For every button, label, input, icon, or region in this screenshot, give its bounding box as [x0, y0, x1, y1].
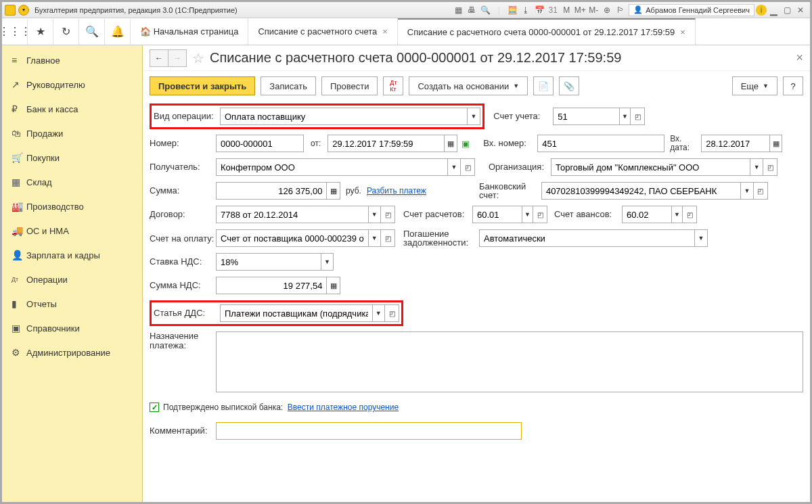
favorite-icon[interactable]: ☆: [192, 50, 204, 66]
open-icon[interactable]: ◰: [380, 206, 395, 223]
tab-1[interactable]: Списание с расчетного счета×: [248, 18, 397, 45]
calendar-icon[interactable]: 📅: [533, 4, 546, 16]
in-number-input[interactable]: [537, 135, 664, 152]
adv-acc-select[interactable]: ▼: [622, 206, 683, 223]
create-based-button[interactable]: Создать на основании▼: [409, 76, 528, 95]
sidebar-item-purchases[interactable]: 🛒Покупки: [2, 145, 142, 170]
close-icon[interactable]: ×: [382, 26, 388, 37]
dropdown-circle-icon[interactable]: ▾: [18, 5, 29, 16]
close-button[interactable]: ✕: [794, 4, 807, 16]
calendar-icon[interactable]: ▦: [769, 135, 782, 152]
purpose-textarea[interactable]: [216, 331, 803, 392]
m-minus-icon[interactable]: M-: [587, 4, 600, 16]
sidebar-item-manager[interactable]: ↗Руководителю: [2, 72, 142, 97]
calc-icon[interactable]: ▦: [326, 277, 340, 294]
post-button[interactable]: Провести: [321, 76, 378, 95]
post-close-button[interactable]: Провести и закрыть: [150, 76, 255, 95]
open-icon[interactable]: ◰: [380, 229, 395, 247]
sum-input[interactable]: ▦: [216, 182, 340, 200]
split-payment-link[interactable]: Разбить платеж: [367, 186, 426, 196]
close-icon[interactable]: ×: [680, 27, 685, 37]
sidebar-item-reports[interactable]: ▮Отчеты: [2, 292, 142, 316]
attach-button[interactable]: 📎: [559, 76, 579, 95]
star-icon[interactable]: ★: [28, 19, 53, 45]
sidebar-item-payroll[interactable]: 👤Зарплата и кадры: [2, 243, 142, 267]
save-button[interactable]: Записать: [261, 76, 316, 95]
chevron-down-icon[interactable]: ▼: [467, 108, 480, 124]
date-icon[interactable]: 31: [546, 4, 560, 16]
tab-2[interactable]: Списание с расчетного счета 0000-000001 …: [398, 18, 696, 45]
settl-acc-select[interactable]: ▼: [472, 206, 533, 223]
help-button[interactable]: ?: [783, 76, 803, 95]
clock-icon[interactable]: ⊕: [600, 4, 614, 16]
history-icon[interactable]: ↻: [53, 19, 79, 45]
open-icon[interactable]: ◰: [753, 182, 768, 200]
in-date-input[interactable]: ▦: [701, 135, 782, 152]
sidebar-item-production[interactable]: 🏭Производство: [2, 194, 142, 219]
bank-acc-select[interactable]: ▼: [541, 182, 754, 200]
sidebar-item-assets[interactable]: 🚚ОС и НМА: [2, 219, 142, 243]
open-icon[interactable]: ◰: [384, 304, 399, 322]
search-icon[interactable]: 🔍: [79, 19, 105, 45]
toolbar-icon-1[interactable]: ▦: [451, 4, 465, 16]
bell-icon[interactable]: 🔔: [105, 19, 131, 45]
sidebar-item-bank[interactable]: ₽Банк и касса: [2, 97, 142, 121]
op-type-input[interactable]: [221, 112, 467, 122]
m-plus-icon[interactable]: M+: [573, 4, 587, 16]
sidebar-item-main[interactable]: ≡Главное: [2, 48, 142, 72]
open-icon[interactable]: ◰: [533, 206, 547, 223]
sidebar-item-operations[interactable]: ДтОперации: [2, 267, 142, 292]
close-page-icon[interactable]: ×: [796, 51, 803, 65]
sidebar-item-catalogs[interactable]: ▣Справочники: [2, 316, 142, 340]
info-icon[interactable]: i: [756, 5, 767, 16]
bookmark-icon[interactable]: 🏳: [614, 4, 627, 16]
date-input[interactable]: ▦: [328, 135, 457, 152]
invoice-select[interactable]: ▼: [216, 229, 381, 247]
org-select[interactable]: ▼: [551, 158, 763, 176]
contract-select[interactable]: ▼: [216, 206, 381, 223]
chevron-down-icon[interactable]: ▼: [372, 305, 384, 321]
chevron-down-icon[interactable]: ▼: [368, 230, 380, 246]
minimize-button[interactable]: ▁: [767, 4, 780, 16]
print-form-button[interactable]: 📄: [533, 76, 554, 95]
open-icon[interactable]: ◰: [763, 158, 777, 176]
print-icon[interactable]: 🖶: [465, 4, 478, 16]
chevron-down-icon[interactable]: ▼: [447, 159, 460, 175]
chevron-down-icon[interactable]: ▼: [619, 108, 631, 124]
chevron-down-icon[interactable]: ▼: [522, 206, 533, 223]
vat-rate-select[interactable]: ▼: [216, 253, 334, 271]
confirmed-checkbox[interactable]: ✓: [150, 403, 159, 412]
calendar-icon[interactable]: ▦: [444, 135, 457, 152]
recipient-select[interactable]: ▼: [216, 158, 461, 176]
apps-grid-icon[interactable]: ⋮⋮⋮: [2, 19, 28, 45]
m-icon[interactable]: M: [560, 4, 573, 16]
vat-sum-input[interactable]: ▦: [216, 277, 340, 294]
maximize-button[interactable]: ▢: [780, 4, 794, 16]
user-badge[interactable]: 👤Абрамов Геннадий Сергеевич: [629, 4, 754, 16]
tab-home[interactable]: 🏠 Начальная страница: [131, 18, 248, 45]
chevron-down-icon[interactable]: ▼: [740, 183, 753, 199]
nav-back-button[interactable]: ←: [150, 49, 168, 67]
preview-icon[interactable]: 🔍: [478, 4, 492, 16]
account-select[interactable]: ▼: [553, 108, 631, 125]
enter-order-link[interactable]: Ввести платежное поручение: [288, 403, 399, 412]
calc-icon[interactable]: ▦: [326, 183, 340, 199]
chevron-down-icon[interactable]: ▼: [750, 159, 763, 175]
dds-select[interactable]: ▼: [220, 304, 385, 322]
sidebar-item-sales[interactable]: 🛍Продажи: [2, 121, 142, 145]
op-type-select[interactable]: ▼: [220, 108, 480, 125]
debt-select[interactable]: ▼: [479, 229, 708, 247]
chevron-down-icon[interactable]: ▼: [694, 230, 707, 246]
nav-forward-button[interactable]: →: [168, 49, 187, 67]
comment-input[interactable]: [216, 422, 522, 440]
sidebar-item-admin[interactable]: ⚙Администрирование: [2, 340, 142, 365]
chevron-down-icon[interactable]: ▼: [368, 206, 380, 223]
calc-icon[interactable]: 🧮: [505, 4, 519, 16]
chevron-down-icon[interactable]: ▼: [321, 254, 333, 270]
open-icon[interactable]: ◰: [460, 158, 475, 176]
dtkt-button[interactable]: ДтКт: [383, 76, 403, 95]
download-icon[interactable]: ⭳: [519, 4, 533, 16]
more-button[interactable]: Еще▼: [732, 76, 777, 95]
number-input[interactable]: [216, 135, 304, 152]
open-icon[interactable]: ◰: [630, 108, 645, 125]
